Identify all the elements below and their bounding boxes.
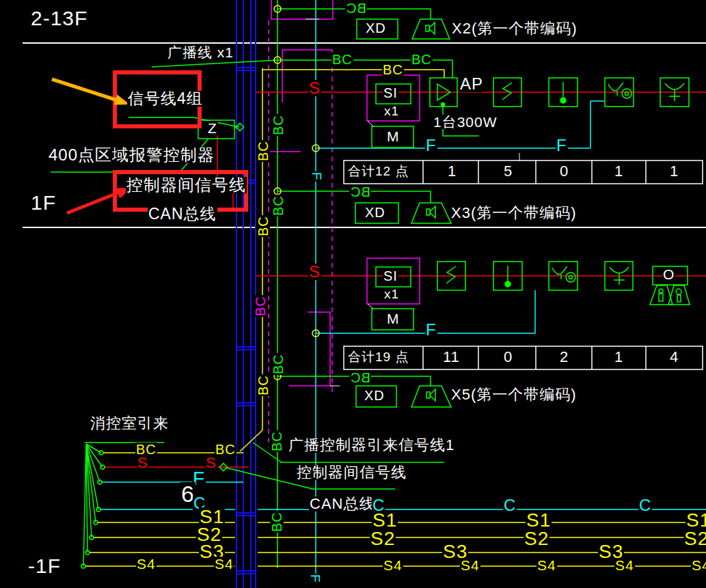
- si-label-2: SI: [383, 269, 398, 283]
- floor-label-basement: -1F: [27, 556, 62, 576]
- table1-cell: 1: [447, 164, 457, 179]
- device-row-1: [367, 75, 689, 148]
- table2-header: 合计19 点: [347, 350, 409, 363]
- f-riser-tag: F: [310, 171, 323, 182]
- m-label-1: M: [386, 129, 400, 143]
- table1-cell: 1: [614, 164, 624, 179]
- s1-tag: S1: [685, 511, 706, 530]
- s-tag: S: [137, 456, 149, 471]
- blue-riser-bus: [236, 0, 256, 588]
- white-dashes: [306, 19, 519, 386]
- bc-tag-mirrored: BC: [349, 371, 371, 384]
- sounder-zigzag-icon: [502, 83, 512, 100]
- o-device-label: O: [662, 267, 675, 281]
- table2-cell: 0: [503, 350, 513, 365]
- s2-tag: S2: [683, 529, 706, 548]
- table2-cell: 11: [442, 350, 461, 365]
- horn-strobe-icon: [608, 83, 632, 98]
- table1-cell: 0: [559, 164, 569, 179]
- magenta-underlay-lines: [269, 0, 333, 447]
- branch-label-x3: X3(第一个带编码): [450, 206, 578, 221]
- table1-header: 合计12 点: [347, 165, 409, 178]
- c-tag: C: [503, 497, 517, 514]
- f-tag: F: [556, 137, 568, 154]
- s2-tag: S2: [370, 529, 396, 548]
- bc-riser-tag: BC: [271, 195, 285, 216]
- bc-tag-mirrored: BC: [345, 1, 367, 15]
- fire-control-room-label: 消控室引来: [90, 416, 169, 431]
- device-row-2: [367, 258, 690, 330]
- m-label-2: M: [386, 311, 400, 326]
- bc-tag: BC: [382, 63, 404, 76]
- bc-riser-tag: BC: [271, 114, 285, 136]
- yellow-junction-nodes: [274, 5, 319, 380]
- table1-cell: 5: [503, 164, 513, 179]
- s4-tag: S4: [691, 558, 706, 572]
- xd-label-2: XD: [364, 206, 386, 219]
- sounder-zigzag-icon: [446, 266, 456, 283]
- s-tag: S: [308, 264, 321, 280]
- s1-tag: S1: [372, 511, 398, 530]
- bus-ties: [236, 68, 256, 574]
- speaker-glyph: [426, 389, 435, 401]
- xd-label-1: XD: [365, 21, 387, 35]
- s1-tag: S1: [526, 511, 552, 530]
- table2-cell: 4: [669, 350, 679, 365]
- table1-cell: 1: [669, 164, 679, 179]
- broadcast-ctrl-line-label: 广播控制器引来信号线1: [288, 438, 455, 453]
- bc-tag: BC: [411, 53, 433, 66]
- s4-tag: S4: [214, 557, 234, 571]
- branch-label-x5: X5(第一个带编码): [450, 387, 578, 402]
- f-tag: F: [425, 322, 437, 338]
- x1-label-2: x1: [383, 288, 400, 300]
- si-label-1: SI: [383, 86, 398, 100]
- table2-cell: 2: [559, 350, 569, 365]
- floor-label-first: 1F: [30, 193, 57, 213]
- can-bus-label-2: CAN总线: [309, 496, 375, 512]
- amp-power-label: 1台300W: [433, 115, 498, 129]
- speaker-glyph: [426, 23, 435, 34]
- cad-riser-diagram: 2-13F 1F -1F 广播线 x1 信号线4组 400点区域报警控制器 控制…: [0, 0, 706, 588]
- bc-tag: BC: [331, 53, 353, 66]
- can-bus-label-1: CAN总线: [148, 206, 217, 222]
- speaker-glyph: [426, 206, 435, 218]
- area-controller-label: 400点区域报警控制器: [48, 147, 215, 163]
- branch-label-x2: X2(第一个带编码): [451, 21, 578, 36]
- s4-tag: S4: [383, 558, 403, 572]
- bc-riser-tag: BC: [254, 295, 267, 317]
- s4-tag: S4: [537, 558, 557, 572]
- inter-controller-line-label: 控制器间信号线: [126, 177, 247, 193]
- ap-label: AP: [459, 76, 484, 92]
- broadcast-line-label: 广播线 x1: [167, 45, 234, 59]
- s4-tag: S4: [614, 558, 635, 572]
- s2-tag: S2: [524, 529, 549, 548]
- f-tag: F: [425, 137, 437, 154]
- signal-line-group-label: 信号线4组: [127, 91, 204, 107]
- z-module-label: Z: [207, 121, 218, 135]
- inter-controller-line-label-2: 控制器间信号线: [296, 465, 407, 480]
- s4-tag: S4: [460, 558, 480, 572]
- bc-riser-tag: BC: [271, 353, 285, 375]
- f-riser-tag: F: [309, 574, 322, 584]
- bc-riser-tag: BC: [270, 430, 284, 452]
- bc-tag-mirrored: BC: [349, 185, 371, 199]
- bc-riser-tag: BC: [256, 215, 270, 237]
- c-tag: C: [638, 497, 652, 514]
- x1-label-1: x1: [383, 104, 400, 117]
- s-tag: S: [205, 456, 217, 471]
- xd-label-3: XD: [364, 389, 385, 402]
- bc-riser-tag: BC: [256, 374, 270, 396]
- bc-tag: BC: [215, 443, 236, 456]
- s4-tag: S4: [136, 557, 157, 571]
- speaker-icon: [412, 19, 450, 39]
- s-tag: S: [308, 80, 321, 96]
- bc-riser-tag: BC: [256, 140, 270, 162]
- table2-cell: 1: [614, 350, 624, 365]
- orange-arrow: [52, 79, 130, 105]
- bc-riser-tag: BC: [270, 511, 284, 533]
- floor-label-upper: 2-13F: [30, 8, 88, 29]
- horn-strobe-icon: [552, 266, 575, 282]
